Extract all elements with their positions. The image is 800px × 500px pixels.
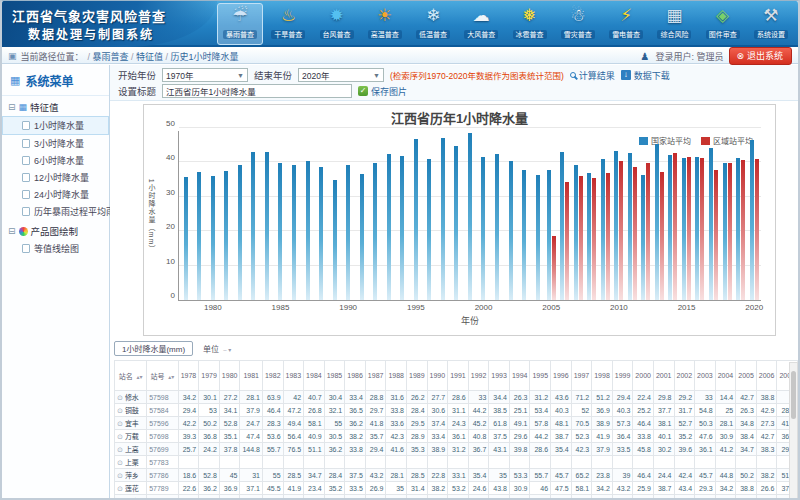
column-header-year[interactable]: 1983 <box>283 361 304 391</box>
element-filter-button[interactable]: 1小时降水量(mm) <box>114 341 193 356</box>
toolbar-item-rainstorm[interactable]: ☔暴雨普查 <box>217 3 263 45</box>
column-header-year[interactable]: 1982 <box>262 361 283 391</box>
column-header-year[interactable]: 2005 <box>736 361 757 391</box>
sidebar-item-3小时降水量[interactable]: 3小时降水量 <box>2 135 109 152</box>
sidebar-item-等值线绘图[interactable]: 等值线绘图 <box>2 240 109 257</box>
toolbar-item-system-settings[interactable]: ⚒系统设置 <box>748 3 794 45</box>
start-year-select[interactable]: 1970年 ▼ <box>162 68 248 82</box>
logout-button[interactable]: 退出系统 <box>729 47 792 65</box>
column-header-year[interactable]: 1978 <box>178 361 199 391</box>
column-header-year[interactable]: 2006 <box>756 361 777 391</box>
value-cell: 29.6 <box>509 430 530 443</box>
toolbar-item-snow-disaster[interactable]: ☃雪灾普查 <box>555 3 601 45</box>
column-header-year[interactable]: 1989 <box>407 361 428 391</box>
national-station-bar <box>495 154 499 300</box>
column-header-year[interactable]: 1992 <box>468 361 489 391</box>
sidebar-item-12小时降水量[interactable]: 12小时降水量 <box>2 169 109 186</box>
column-header-year[interactable]: 1986 <box>345 361 366 391</box>
table-row[interactable]: ⊙莲花5778922.636.236.937.145.541.923.435.2… <box>115 482 798 495</box>
column-header-year[interactable]: 1984 <box>304 361 325 391</box>
system-settings-icon: ⚒ <box>763 5 778 27</box>
column-header-year[interactable]: 2001 <box>653 361 674 391</box>
column-header-year[interactable]: 1985 <box>324 361 345 391</box>
sidebar-item-1小时降水量[interactable]: 1小时降水量 <box>2 116 109 135</box>
toolbar-item-typhoon[interactable]: ✹台风普查 <box>314 3 360 45</box>
column-header-year[interactable]: 2000 <box>633 361 654 391</box>
value-cell <box>674 456 695 469</box>
toolbar-item-low-temperature[interactable]: ❄低温普查 <box>410 3 456 45</box>
toolbar-item-drought[interactable]: ♨干旱普查 <box>265 3 311 45</box>
value-cell: 38.2 <box>427 482 448 495</box>
station-id-cell: 57699 <box>147 443 179 456</box>
breadcrumb-item[interactable]: 历史1小时降水量 <box>171 52 239 62</box>
table-row[interactable]: ⊙万载5769839.336.835.147.453.656.440.930.5… <box>115 430 798 443</box>
column-header-year[interactable]: 1979 <box>199 361 220 391</box>
column-header-year[interactable]: 1994 <box>509 361 530 391</box>
value-cell <box>448 456 469 469</box>
column-header-year[interactable]: 1980 <box>219 361 240 391</box>
column-header-year[interactable]: 2003 <box>695 361 716 391</box>
table-row[interactable]: ⊙铜鼓5758429.45334.137.946.447.226.832.136… <box>115 404 798 417</box>
breadcrumb-item[interactable]: 特征值 <box>136 52 163 62</box>
value-cell: 45.8 <box>633 443 654 456</box>
breadcrumb-item[interactable]: 暴雨普查 <box>93 52 129 62</box>
vertical-scrollbar-thumb[interactable] <box>791 371 796 419</box>
value-cell: 32.7 <box>571 495 592 499</box>
value-cell: 42.7 <box>756 430 777 443</box>
x-tick-label: 2005 <box>542 303 560 312</box>
table-row[interactable]: ⊙分宜5779223.835.528.562.521.446.852.847.8… <box>115 495 798 499</box>
x-tick-label: 1990 <box>339 303 357 312</box>
save-image-button[interactable]: 保存图片 <box>358 85 407 98</box>
column-header-station-id[interactable]: 站号 ▴▾ <box>147 361 179 391</box>
regional-station-bar <box>700 158 704 300</box>
value-cell: 29.2 <box>674 391 695 404</box>
chart-title-input[interactable] <box>162 84 352 98</box>
data-download-button[interactable]: 数据下载 <box>621 69 670 82</box>
table-header-row: 站名 ▴▾站号 ▴▾197819791980198119821983198419… <box>115 361 798 391</box>
column-header-year[interactable]: 1988 <box>386 361 407 391</box>
toolbar-item-high-temperature[interactable]: ☀高温普查 <box>362 3 408 45</box>
column-header-year[interactable]: 1981 <box>240 361 263 391</box>
value-cell: 55.7 <box>262 443 283 456</box>
value-cell: 36.2 <box>324 443 345 456</box>
station-name-cell: ⊙万载 <box>115 430 147 443</box>
column-header-year[interactable]: 1990 <box>427 361 448 391</box>
column-header-year[interactable]: 1995 <box>530 361 551 391</box>
unit-filter[interactable]: 单位 – ▾ <box>203 343 231 354</box>
toolbar-item-composite-risk[interactable]: ▦综合风险 <box>651 3 697 45</box>
sidebar-group-产品图绘制[interactable]: ⊟产品图绘制 <box>2 220 109 240</box>
collapse-icon[interactable]: ⊟ <box>8 102 16 112</box>
station-name-cell: ⊙上高 <box>115 443 147 456</box>
toolbar-item-map-review[interactable]: ◈图件审查 <box>700 3 746 45</box>
sidebar-item-6小时降水量[interactable]: 6小时降水量 <box>2 152 109 169</box>
end-year-select[interactable]: 2020年 ▼ <box>298 68 384 82</box>
column-header-year[interactable]: 1999 <box>612 361 633 391</box>
sidebar-item-24小时降水量[interactable]: 24小时降水量 <box>2 186 109 203</box>
column-header-year[interactable]: 1998 <box>592 361 613 391</box>
column-header-year[interactable]: 2004 <box>715 361 736 391</box>
value-cell: 52.3 <box>571 430 592 443</box>
toolbar-item-label: 暴雨普查 <box>223 30 257 39</box>
column-header-year[interactable]: 1987 <box>365 361 386 391</box>
column-header-year[interactable]: 1991 <box>448 361 469 391</box>
column-header-year[interactable]: 2002 <box>674 361 695 391</box>
value-cell: 52.8 <box>219 417 240 430</box>
table-row[interactable]: ⊙萍乡5778618.652.845315528.534.728.437.543… <box>115 469 798 482</box>
table-row[interactable]: ⊙宜丰5759642.250.252.824.728.349.458.15536… <box>115 417 798 430</box>
column-header-year[interactable]: 1993 <box>489 361 510 391</box>
column-header-station[interactable]: 站名 ▴▾ <box>115 361 147 391</box>
column-header-year[interactable]: 1997 <box>571 361 592 391</box>
calc-result-button[interactable]: 计算结果 <box>570 69 615 82</box>
table-row[interactable]: ⊙上栗57783 <box>115 456 798 469</box>
value-cell: 38.4 <box>736 430 757 443</box>
sidebar-group-特征值[interactable]: ⊟▦特征值 <box>2 96 109 116</box>
toolbar-item-lightning[interactable]: ⚡雷电普查 <box>603 3 649 45</box>
toolbar-item-hail[interactable]: ❅冰雹普查 <box>507 3 553 45</box>
table-row[interactable]: ⊙修水5759834.230.127.228.163.94240.730.433… <box>115 391 798 404</box>
column-header-year[interactable]: 1996 <box>551 361 572 391</box>
sidebar-item-历年暴雨过程平均雨量[interactable]: 历年暴雨过程平均雨量 <box>2 203 109 220</box>
collapse-icon[interactable]: ⊟ <box>8 226 16 236</box>
value-cell <box>551 456 572 469</box>
toolbar-item-gale[interactable]: ☁大风普查 <box>458 3 504 45</box>
table-row[interactable]: ⊙上高5769925.724.237.8144.855.776.551.136.… <box>115 443 798 456</box>
